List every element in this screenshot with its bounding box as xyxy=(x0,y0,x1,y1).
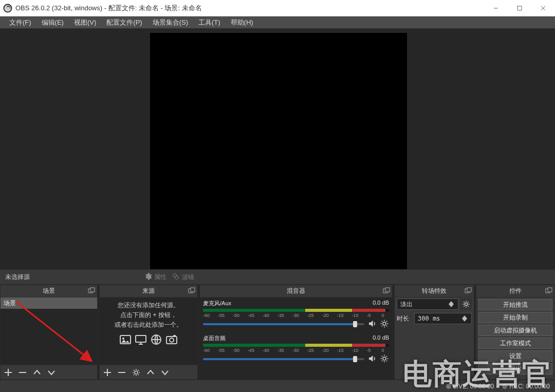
dock-scenes-header[interactable]: 场景 xyxy=(1,285,97,297)
svg-rect-22 xyxy=(385,288,390,292)
button-label: 工作室模式 xyxy=(500,339,531,348)
dock-sources-header[interactable]: 来源 xyxy=(100,285,197,297)
gear-icon[interactable] xyxy=(380,319,389,329)
start-streaming-button[interactable]: 开始推流 xyxy=(478,299,552,310)
menu-view[interactable]: 视图(V) xyxy=(69,16,101,28)
dock-transitions: 转场特效 淡出 时长 300 xyxy=(394,285,474,380)
preview-area xyxy=(0,29,555,269)
live-dot-icon xyxy=(446,384,451,389)
minimize-button[interactable] xyxy=(484,0,508,16)
close-button[interactable] xyxy=(531,0,555,16)
dock-transitions-header[interactable]: 转场特效 xyxy=(395,285,474,297)
mixer-channel: 麦克风/Aux 0.0 dB -60-55-50-45-40-35-30-25-… xyxy=(203,300,389,329)
speaker-icon[interactable] xyxy=(367,354,377,364)
image-source-icon xyxy=(119,333,132,349)
mixer-channel-level: 0.0 dB xyxy=(373,334,389,342)
dock-controls-header[interactable]: 控件 xyxy=(476,285,554,297)
speaker-icon[interactable] xyxy=(367,319,377,329)
button-label: 设置 xyxy=(509,352,522,361)
maximize-button[interactable] xyxy=(508,0,531,16)
transition-select[interactable]: 淡出 xyxy=(397,298,458,310)
mixer-channel-level: 0.0 dB xyxy=(373,300,389,307)
titlebar: OBS 26.0.2 (32-bit, windows) - 配置文件: 未命名… xyxy=(0,0,555,16)
hint-line: 点击下面的 + 按钮， xyxy=(104,310,193,320)
popout-icon[interactable] xyxy=(188,287,195,296)
add-source-button[interactable] xyxy=(103,368,112,377)
exit-button[interactable]: 退出 xyxy=(478,363,552,375)
menu-edit[interactable]: 编辑(E) xyxy=(36,16,69,28)
filters-icon xyxy=(172,272,180,282)
transition-duration-label: 时长 xyxy=(397,314,412,323)
scene-item[interactable]: 场景 xyxy=(1,297,97,309)
svg-rect-9 xyxy=(90,288,95,292)
dock-scenes-title: 场景 xyxy=(43,287,55,295)
mixer-volume-slider[interactable] xyxy=(203,358,364,360)
start-virtual-camera-button[interactable]: 启动虚拟摄像机 xyxy=(478,325,552,336)
svg-rect-29 xyxy=(548,288,552,292)
menu-tools[interactable]: 工具(T) xyxy=(193,16,226,28)
filters-button[interactable]: 滤镜 xyxy=(172,272,194,282)
mixer-volume-slider[interactable] xyxy=(203,323,364,325)
popout-icon[interactable] xyxy=(88,287,95,296)
mixer-channel: 桌面音频 0.0 dB -60-55-50-45-40-35-30-25-20-… xyxy=(203,334,389,364)
remove-scene-button[interactable] xyxy=(18,368,27,377)
svg-rect-26 xyxy=(467,288,471,292)
properties-button[interactable]: 属性 xyxy=(144,272,166,282)
filters-label: 滤镜 xyxy=(182,273,194,282)
svg-rect-15 xyxy=(136,335,146,342)
gear-icon xyxy=(144,272,152,282)
popout-icon[interactable] xyxy=(383,287,390,296)
transition-duration-input[interactable]: 300 ms xyxy=(414,313,472,324)
camera-source-icon xyxy=(165,333,178,349)
controls-body: 开始推流 开始录制 启动虚拟摄像机 工作室模式 设置 退出 xyxy=(476,297,554,379)
no-source-selected-label: 未选择源 xyxy=(5,273,139,282)
studio-mode-button[interactable]: 工作室模式 xyxy=(478,338,552,349)
source-toolbar: 未选择源 属性 滤镜 xyxy=(0,269,555,285)
svg-line-10 xyxy=(16,302,90,360)
source-settings-button[interactable] xyxy=(132,368,141,377)
rec-dot-icon xyxy=(502,384,507,389)
menu-file[interactable]: 文件(F) xyxy=(4,16,36,28)
move-source-up-button[interactable] xyxy=(146,368,155,377)
source-type-icons xyxy=(104,333,193,349)
menu-help[interactable]: 帮助(H) xyxy=(226,16,258,28)
gear-icon[interactable] xyxy=(380,354,389,364)
menu-scenes[interactable]: 场景集合(S) xyxy=(147,16,193,28)
svg-point-7 xyxy=(175,275,179,279)
move-scene-up-button[interactable] xyxy=(32,368,42,377)
display-source-icon xyxy=(135,333,147,349)
dock-sources: 来源 您还没有添加任何源。 点击下面的 + 按钮， 或者右击此处添加一个。 xyxy=(99,285,198,380)
hint-line: 或者右击此处添加一个。 xyxy=(104,320,193,330)
menubar: 文件(F) 编辑(E) 视图(V) 配置文件(P) 场景集合(S) 工具(T) … xyxy=(0,16,555,29)
preview-canvas[interactable] xyxy=(150,33,407,269)
svg-rect-19 xyxy=(173,335,176,337)
dock-scenes: 场景 场景 xyxy=(0,285,98,380)
dock-mixer: 混音器 麦克风/Aux 0.0 dB -60-55-50-45-40-35-30… xyxy=(199,285,393,380)
popout-icon[interactable] xyxy=(465,287,472,296)
window-title: OBS 26.0.2 (32-bit, windows) - 配置文件: 未命名… xyxy=(15,4,484,13)
svg-point-6 xyxy=(173,273,177,277)
transition-settings-button[interactable] xyxy=(460,298,472,310)
scenes-list[interactable]: 场景 xyxy=(1,297,97,365)
move-scene-down-button[interactable] xyxy=(47,368,56,377)
dock-mixer-header[interactable]: 混音器 xyxy=(200,285,392,297)
popout-icon[interactable] xyxy=(545,287,552,296)
button-label: 退出 xyxy=(509,365,522,374)
svg-point-27 xyxy=(465,303,467,305)
docks-row: 场景 场景 来源 xyxy=(0,285,555,380)
menu-profile[interactable]: 配置文件(P) xyxy=(101,16,147,28)
settings-button[interactable]: 设置 xyxy=(478,350,552,362)
remove-source-button[interactable] xyxy=(117,368,126,377)
scenes-footer xyxy=(1,365,97,379)
svg-point-20 xyxy=(135,371,138,374)
move-source-down-button[interactable] xyxy=(160,368,170,377)
spinner-arrows-icon xyxy=(461,315,468,322)
hint-line: 您还没有添加任何源。 xyxy=(104,301,193,310)
start-recording-button[interactable]: 开始录制 xyxy=(478,312,552,323)
dock-mixer-title: 混音器 xyxy=(287,287,305,295)
svg-rect-12 xyxy=(191,288,195,292)
browser-source-icon xyxy=(150,333,162,349)
button-label: 启动虚拟摄像机 xyxy=(494,326,537,335)
sources-list[interactable]: 您还没有添加任何源。 点击下面的 + 按钮， 或者右击此处添加一个。 xyxy=(100,297,197,365)
add-scene-button[interactable] xyxy=(4,368,13,377)
